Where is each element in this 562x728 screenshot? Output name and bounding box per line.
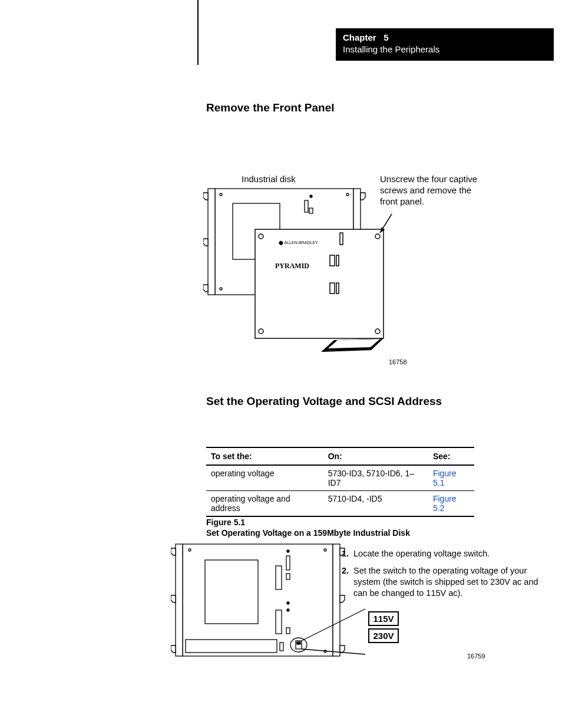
svg-rect-43 xyxy=(297,642,300,644)
chapter-header: Chapter 5 Installing the Peripherals xyxy=(336,28,554,61)
svg-rect-34 xyxy=(286,556,290,570)
voltage-115v: 115V xyxy=(368,611,399,626)
voltage-230v: 230V xyxy=(368,628,399,643)
svg-rect-15 xyxy=(330,255,335,266)
svg-point-5 xyxy=(346,193,349,196)
step-2: 2. Set the switch to the operating volta… xyxy=(342,565,542,599)
svg-rect-10 xyxy=(255,229,384,338)
cell-on: 5730-ID3, 5710-ID6, 1–ID7 xyxy=(323,465,428,491)
svg-point-39 xyxy=(287,609,289,611)
svg-point-38 xyxy=(287,602,289,604)
svg-rect-35 xyxy=(286,574,290,579)
svg-rect-40 xyxy=(186,640,277,653)
svg-point-11 xyxy=(259,234,263,239)
table-row: operating voltage 5730-ID3, 5710-ID6, 1–… xyxy=(206,465,474,491)
chapter-subtitle: Installing the Peripherals xyxy=(343,44,439,54)
svg-rect-41 xyxy=(280,643,283,651)
svg-rect-36 xyxy=(286,628,290,634)
svg-point-9 xyxy=(310,195,312,197)
th-on: On: xyxy=(323,447,428,465)
cell-on: 5710-ID4, -ID5 xyxy=(323,491,428,517)
brand-pyramid: PYRAMID xyxy=(275,262,309,270)
link-figure-5-1[interactable]: Figure 5.1 xyxy=(428,465,474,491)
figure-id-16759: 16759 xyxy=(467,653,485,660)
chapter-number: 5 xyxy=(384,32,388,42)
step-1: 1. Locate the operating voltage switch. xyxy=(342,548,542,559)
svg-rect-27 xyxy=(205,560,258,624)
svg-point-12 xyxy=(375,234,380,239)
cell-to-set: operating voltage xyxy=(206,465,323,491)
cell-to-set: operating voltage and address xyxy=(206,491,323,517)
svg-point-6 xyxy=(220,288,222,290)
heading-set-voltage-scsi: Set the Operating Voltage and SCSI Addre… xyxy=(206,395,442,408)
svg-rect-1 xyxy=(208,189,215,295)
svg-rect-17 xyxy=(330,283,335,294)
table-row: operating voltage and address 5710-ID4, … xyxy=(206,491,474,517)
figure-5-1-caption: Figure 5.1 Set Operating Voltage on a 15… xyxy=(206,517,410,538)
svg-rect-33 xyxy=(276,610,282,634)
figure-5-1-steps: 1. Locate the operating voltage switch. … xyxy=(342,548,542,604)
svg-point-13 xyxy=(259,329,263,334)
figure-title: Set Operating Voltage on a 159Mbyte Indu… xyxy=(206,528,410,538)
heading-remove-front-panel: Remove the Front Panel xyxy=(206,101,335,114)
svg-point-14 xyxy=(375,329,380,334)
step-number: 2. xyxy=(342,565,353,599)
voltage-switch-closeup: 115V 230V xyxy=(368,611,399,645)
step-text: Set the switch to the operating voltage … xyxy=(353,565,542,599)
svg-rect-32 xyxy=(276,566,282,589)
label-industrial-disk: Industrial disk xyxy=(242,174,296,184)
svg-point-29 xyxy=(324,549,326,551)
brand-allen-bradley: ⬤ ALLEN-BRADLEY xyxy=(279,241,318,245)
svg-rect-16 xyxy=(336,255,339,266)
th-to-set: To set the: xyxy=(206,447,323,465)
svg-point-28 xyxy=(189,549,191,551)
link-figure-5-2[interactable]: Figure 5.2 xyxy=(428,491,474,517)
voltage-scsi-table: To set the: On: See: operating voltage 5… xyxy=(206,447,474,517)
svg-rect-25 xyxy=(176,544,183,656)
svg-rect-26 xyxy=(333,544,340,656)
svg-point-37 xyxy=(287,550,289,552)
svg-rect-8 xyxy=(309,208,313,213)
svg-rect-7 xyxy=(305,200,308,212)
chapter-label: Chapter xyxy=(343,32,376,42)
th-see: See: xyxy=(428,447,474,465)
figure-id-16758: 16758 xyxy=(389,358,407,365)
svg-rect-18 xyxy=(336,283,339,294)
step-number: 1. xyxy=(342,548,353,559)
svg-point-4 xyxy=(220,193,222,196)
figure-remove-front-panel: ⬤ ALLEN-BRADLEY PYRAMID xyxy=(203,186,409,374)
figure-label: Figure 5.1 xyxy=(206,518,245,527)
svg-rect-19 xyxy=(340,233,343,245)
step-text: Locate the operating voltage switch. xyxy=(353,548,542,559)
